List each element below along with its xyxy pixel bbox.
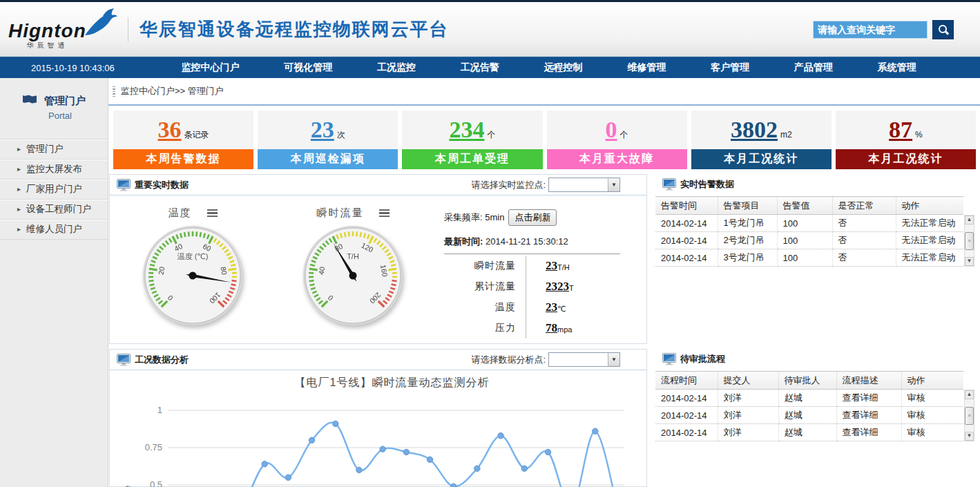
alarm-table-scrollbar[interactable]: ▲ ≡ ▼ — [964, 215, 974, 267]
monitor-icon — [117, 179, 131, 191]
stat-value[interactable]: 3802 — [731, 117, 778, 143]
logo-subtext: 华辰智通 — [8, 41, 86, 50]
scroll-up-icon[interactable]: ▲ — [965, 390, 974, 399]
search-button[interactable] — [932, 20, 954, 39]
approval-row-2: 2014-02-14刘洋赵城查看详细审核 — [655, 424, 963, 441]
scroll-thumb[interactable]: ≡ — [965, 232, 974, 250]
nav-item-7[interactable]: 产品管理 — [794, 61, 833, 74]
stat-value[interactable]: 87 — [889, 117, 912, 143]
stat-value[interactable]: 0 — [606, 117, 617, 143]
stat-value[interactable]: 234 — [449, 117, 484, 143]
breadcrumb-bar: 监控中心门户>> 管理门户 — [108, 78, 980, 106]
chart-title: 【电厂1号线】瞬时流量动态监测分析 — [137, 376, 646, 390]
approval-col-header: 流程时间 — [655, 372, 718, 390]
realtime-info-panel: 采集频率: 5min 点击刷新 最新时间: 2014-11-21 15:30:1… — [433, 200, 644, 338]
monitor-icon — [662, 178, 676, 191]
nav-item-6[interactable]: 客户管理 — [711, 61, 749, 74]
approval-col-header: 动作 — [901, 372, 963, 390]
deer-logo-icon — [82, 8, 118, 38]
gauge-menu-icon[interactable] — [379, 208, 390, 219]
nav-item-4[interactable]: 远程控制 — [544, 61, 582, 74]
approval-col-header: 待审批人 — [778, 372, 836, 390]
approval-col-header: 提交人 — [718, 372, 778, 390]
approval-cell: 刘洋 — [718, 407, 778, 424]
approval-cell: 审核 — [901, 424, 963, 441]
portal-header: 管理门户 Portal — [0, 78, 108, 139]
alarm-table: 告警时间告警项目告警值是否正常动作2014-02-141号龙门吊100否无法正常… — [655, 196, 963, 267]
nav-item-5[interactable]: 维修管理 — [627, 61, 666, 74]
monitor-icon — [662, 353, 676, 365]
nav-item-2[interactable]: 工况监控 — [377, 61, 416, 74]
stats-row: 36条记录本周告警数据23次本周巡检漏项234个本周工单受理0个本月重大故障38… — [113, 111, 976, 169]
sidebar-item-1[interactable]: ▸监控大屏发布 — [0, 160, 108, 180]
nav-item-3[interactable]: 工况告警 — [461, 61, 499, 74]
sidebar-menu: ▸管理门户▸监控大屏发布▸厂家用户门户▸设备工程师门户▸维修人员门户 — [0, 139, 108, 240]
stat-value[interactable]: 36 — [158, 117, 182, 143]
metric-value: 78 — [546, 321, 557, 335]
scroll-up-icon[interactable]: ▲ — [965, 216, 974, 225]
stat-label: 本周工单受理 — [402, 149, 542, 169]
stat-label: 本周巡检漏项 — [258, 149, 398, 169]
nav-timestamp: 2015-10-19 10:43:06 — [0, 63, 159, 73]
approval-cell: 2014-02-14 — [655, 424, 718, 441]
monitor-point-select[interactable]: ▼ — [548, 178, 620, 192]
flow-line-chart: 10.750.5value — [110, 390, 646, 487]
page-title: 华辰智通设备远程监控物联网云平台 — [128, 17, 449, 41]
metric-unit: T — [569, 284, 574, 292]
portal-subtitle: Portal — [44, 109, 86, 123]
approval-row-1: 2014-02-14刘洋赵城查看详细审核 — [655, 407, 963, 424]
nav-item-8[interactable]: 系统管理 — [878, 61, 916, 74]
latest-time-value: 2014-11-21 15:30:12 — [486, 236, 568, 247]
svg-text:0.5: 0.5 — [150, 479, 162, 487]
approval-table-wrap: 流程时间提交人待审批人流程描述动作2014-02-14刘洋赵城查看详细审核201… — [655, 371, 974, 441]
alarm-cell: 否 — [832, 232, 896, 249]
refresh-button[interactable]: 点击刷新 — [508, 209, 557, 226]
search-icon — [938, 24, 949, 35]
alarm-col-header: 告警值 — [777, 197, 832, 215]
alarm-cell: 2014-02-14 — [655, 232, 718, 249]
approval-cell: 查看详细 — [836, 407, 901, 424]
flow-gauge: 04080120160200T/H — [301, 224, 405, 327]
scroll-down-icon[interactable]: ▼ — [965, 432, 974, 441]
stat-card-0: 36条记录本周告警数据 — [113, 111, 253, 169]
analysis-point-select[interactable]: ▼ — [548, 352, 620, 367]
approval-cell: 2014-02-14 — [655, 390, 718, 407]
scroll-thumb[interactable]: ≡ — [965, 407, 974, 425]
sidebar-item-0[interactable]: ▸管理门户 — [0, 140, 108, 160]
section-approvals: 待审批流程 流程时间提交人待审批人流程描述动作2014-02-14刘洋赵城查看详… — [655, 349, 974, 487]
scroll-down-icon[interactable]: ▼ — [965, 257, 974, 266]
sidebar-item-4[interactable]: ▸维修人员门户 — [0, 220, 108, 240]
triangle-icon: ▸ — [17, 140, 21, 159]
divider — [444, 254, 620, 254]
gauge-menu-icon[interactable] — [207, 208, 218, 219]
section-title-analysis: 工况数据分析 — [135, 354, 189, 366]
metric-value: 23 — [546, 300, 557, 314]
alarm-row-0: 2014-02-141号龙门吊100否无法正常启动 — [655, 215, 963, 232]
metric-unit: T/H — [557, 263, 570, 271]
nav-item-1[interactable]: 可视化管理 — [284, 61, 332, 74]
search-input[interactable] — [813, 21, 928, 39]
sidebar-item-3[interactable]: ▸设备工程师门户 — [0, 200, 108, 220]
nav-item-0[interactable]: 监控中心门户 — [181, 61, 239, 74]
stat-card-1: 23次本周巡检漏项 — [258, 111, 398, 169]
svg-text:温度 (℃): 温度 (℃) — [177, 252, 209, 260]
sidebar-item-2[interactable]: ▸厂家用户门户 — [0, 180, 108, 200]
alarm-cell: 否 — [832, 215, 896, 232]
alarm-row-1: 2014-02-142号龙门吊100否无法正常启动 — [655, 232, 963, 249]
main-area: 监控中心门户>> 管理门户 36条记录本周告警数据23次本周巡检漏项234个本周… — [108, 78, 980, 487]
stat-card-5: 87%本月工况统计 — [836, 111, 976, 169]
section-title-approvals: 待审批流程 — [680, 353, 725, 365]
alarm-cell: 100 — [777, 249, 832, 267]
triangle-icon: ▸ — [17, 160, 21, 179]
chevron-down-icon: ▼ — [608, 353, 619, 366]
approval-table-scrollbar[interactable]: ▲ ≡ ▼ — [964, 390, 974, 441]
sidebar: 管理门户 Portal ▸管理门户▸监控大屏发布▸厂家用户门户▸设备工程师门户▸… — [0, 78, 108, 487]
stat-unit: 次 — [337, 129, 345, 141]
approval-cell: 查看详细 — [836, 424, 901, 441]
metric-name: 累计流量 — [440, 280, 516, 293]
alarm-col-header: 动作 — [896, 197, 963, 215]
drag-handle-icon — [113, 86, 115, 97]
stat-value[interactable]: 23 — [311, 117, 334, 143]
alarm-col-header: 告警项目 — [718, 197, 777, 215]
approval-cell: 赵城 — [778, 424, 836, 441]
